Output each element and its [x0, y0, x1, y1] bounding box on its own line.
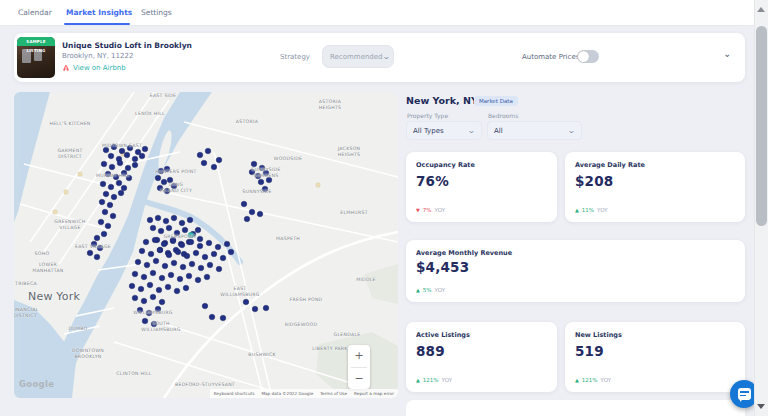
metric-value: $208	[575, 173, 613, 189]
strategy-label: Strategy	[280, 53, 310, 61]
map-neighborhood-label: GREENPOINT	[164, 234, 197, 240]
metric-label: Occupancy Rate	[416, 161, 475, 169]
map-neighborhood-label: JACKSON HEIGHTS	[338, 146, 361, 158]
yoy-label: YOY	[435, 207, 445, 213]
map-neighborhood-label: LONG ISLAND CITY	[160, 182, 192, 194]
map-neighborhood-label: SOUTH WILLIAMSBURG	[141, 321, 180, 333]
listing-title: Unique Studio Loft in Brooklyn	[62, 41, 192, 50]
strategy-dropdown[interactable]: Recommended ⌄	[322, 45, 394, 68]
chevron-down-icon: ⌄	[467, 126, 476, 135]
airbnb-icon	[62, 64, 70, 72]
metric-delta: ▲ 5% YOY	[416, 287, 445, 293]
delta-value: 11%	[582, 207, 594, 213]
scrollbar-up-arrow[interactable]	[757, 3, 765, 12]
scrollbar-down-arrow[interactable]	[757, 404, 765, 413]
map-neighborhood-label: WOODSIDE	[274, 156, 302, 162]
report-map-error-link[interactable]: Report a map error	[354, 391, 394, 396]
metric-value: $4,453	[416, 259, 469, 275]
delta-value: 121%	[423, 377, 439, 383]
map-neighborhood-label: TRIBECA	[15, 281, 37, 287]
metric-delta: ▲ 121% YOY	[575, 377, 611, 383]
map-zoom-control: + −	[348, 345, 370, 389]
map-neighborhood-label: MASPETH	[276, 236, 300, 242]
map-neighborhood-label: ELMHURST	[340, 210, 368, 216]
map-neighborhood-label: BUSHWICK	[248, 352, 275, 358]
trend-up-icon: ▲	[416, 287, 420, 293]
market-title: New York, NY	[406, 95, 478, 106]
bedrooms-select[interactable]: All ⌄	[487, 121, 582, 140]
scrollbar-thumb[interactable]	[756, 26, 767, 226]
map-neighborhood-label: GLENDALE	[334, 332, 361, 338]
map-neighborhood-label: ASTORIA	[236, 119, 258, 125]
map-neighborhood-label: ASTORIA HEIGHTS	[319, 99, 342, 111]
trend-down-icon: ▼	[416, 207, 420, 213]
bedrooms-label: Bedrooms	[488, 112, 518, 119]
zoom-in-button[interactable]: +	[348, 345, 370, 367]
metric-value: 76%	[416, 173, 449, 189]
metric-label: Average Monthly Revenue	[416, 249, 512, 257]
map-neighborhood-label: WILLIAMSBURG	[133, 310, 172, 316]
next-card-partial	[406, 400, 745, 416]
metric-card-average-daily-rate: Average Daily Rate $208 ▲ 11% YOY	[565, 152, 745, 222]
yoy-label: YOY	[442, 377, 452, 383]
map-neighborhood-label: MURRAY HILL	[96, 173, 130, 179]
view-on-airbnb-link[interactable]: View on Airbnb	[62, 64, 126, 72]
zoom-out-button[interactable]: −	[348, 368, 370, 390]
metric-label: Active Listings	[416, 331, 470, 339]
yoy-label: YOY	[601, 377, 611, 383]
trend-up-icon: ▲	[575, 377, 579, 383]
map-neighborhood-label: FINANCIAL DISTRICT	[14, 307, 38, 319]
map-neighborhood-label: FRESH POND	[290, 297, 323, 303]
metric-label: New Listings	[575, 331, 622, 339]
market-insights-page: { "nav": { "tabs": [ { "label": "Calenda…	[0, 0, 768, 416]
map-neighborhood-label: LIBERTY PARK	[312, 346, 347, 352]
trend-up-icon: ▲	[575, 207, 579, 213]
map-neighborhood-label: DOWNTOWN BROOKLYN	[72, 348, 104, 360]
map-labels-layer: EAST SIDELENOX HILLASTORIA HEIGHTSASTORI…	[14, 92, 398, 398]
map-attribution: Keyboard shortcuts Map data ©2022 Google…	[210, 389, 398, 398]
map-neighborhood-label: DUMBO	[68, 326, 87, 332]
bedrooms-value: All	[494, 127, 503, 135]
market-data-badge: Market Data	[474, 96, 518, 106]
map-neighborhood-label: GARMENT DISTRICT	[57, 148, 82, 160]
active-tab-underline	[64, 23, 130, 25]
strategy-value: Recommended	[330, 53, 383, 61]
chat-icon	[738, 388, 751, 400]
toggle-knob	[578, 51, 589, 62]
metric-card-average-monthly-revenue: Average Monthly Revenue $4,453 ▲ 5% YOY	[406, 240, 745, 302]
map-neighborhood-label: SOHO	[35, 251, 50, 257]
automate-prices-label: Automate Prices	[522, 53, 579, 61]
view-on-airbnb-label: View on Airbnb	[73, 64, 126, 72]
map-neighborhood-label: HELL'S KITCHEN	[49, 121, 90, 127]
metric-delta: ▼ 7% YOY	[416, 207, 445, 213]
listing-thumbnail[interactable]: SAMPLE LISTING	[17, 37, 55, 78]
chevron-down-icon: ⌄	[567, 126, 576, 135]
property-type-label: Property Type	[407, 112, 448, 119]
map-neighborhood-label: RIDGEWOOD	[285, 322, 318, 328]
delta-value: 7%	[423, 207, 432, 213]
metric-delta: ▲ 121% YOY	[416, 377, 452, 383]
map-data-credit: Map data ©2022 Google	[261, 391, 313, 396]
keyboard-shortcuts-link[interactable]: Keyboard shortcuts	[214, 391, 255, 396]
map-neighborhood-label: LOWER MANHATTAN	[32, 262, 63, 274]
listings-map[interactable]: EAST SIDELENOX HILLASTORIA HEIGHTSASTORI…	[14, 92, 398, 398]
metric-value: 519	[575, 343, 604, 359]
automate-prices-toggle[interactable]	[577, 50, 599, 63]
property-type-select[interactable]: All Types ⌄	[406, 121, 482, 140]
metric-card-new-listings: New Listings 519 ▲ 121% YOY	[565, 322, 745, 392]
delta-value: 5%	[423, 287, 432, 293]
terms-of-use-link[interactable]: Terms of Use	[320, 391, 347, 396]
tab-settings[interactable]: Settings	[141, 8, 172, 17]
yoy-label: YOY	[435, 287, 445, 293]
delta-value: 121%	[582, 377, 598, 383]
metric-delta: ▲ 11% YOY	[575, 207, 608, 213]
tab-calendar[interactable]: Calendar	[18, 8, 52, 17]
tab-market-insights[interactable]: Market Insights	[66, 8, 132, 17]
trend-up-icon: ▲	[416, 377, 420, 383]
metric-label: Average Daily Rate	[575, 161, 645, 169]
sample-listing-badge: SAMPLE LISTING	[17, 37, 55, 46]
map-neighborhood-label: EAST WILLIAMSBURG	[220, 286, 259, 298]
listing-header-card: SAMPLE LISTING Unique Studio Loft in Bro…	[14, 33, 745, 82]
collapse-chevron-icon[interactable]: ⌄	[723, 48, 731, 59]
map-neighborhood-label: MIDTOWN EAST	[102, 143, 142, 149]
